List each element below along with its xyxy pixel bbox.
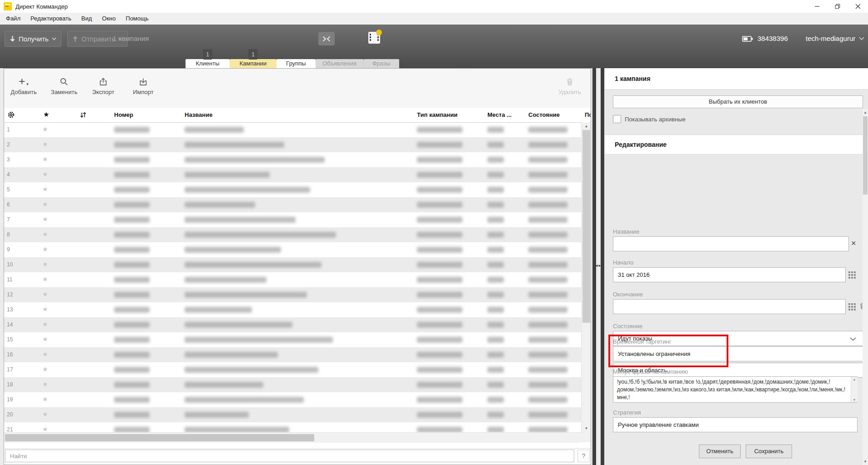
table-row[interactable]: 21★ [4,422,581,432]
table-row[interactable]: 6★ [4,197,581,212]
table-row[interactable]: 17★ [4,362,581,377]
column-header-state[interactable]: Состояние [528,111,560,118]
table-row[interactable]: 9★ [4,242,581,257]
favorite-star-icon[interactable]: ★ [42,350,48,358]
vertical-scrollbar[interactable]: ▲ ▼ [581,122,591,432]
table-row[interactable]: 4★ [4,167,581,182]
table-row[interactable]: 13★ [4,302,581,317]
calendar-icon[interactable] [848,271,856,279]
table-row[interactable]: 20★ [4,407,581,422]
column-header-places[interactable]: Места ... [487,111,512,118]
replace-button[interactable]: Заменить [46,75,82,103]
tab-кампании[interactable]: Кампании [230,59,276,68]
table-row[interactable]: 12★ [4,287,581,302]
minus-phrases-textarea[interactable]: !you,!б,!б !у,!были,!в китае,!все !о,!да… [613,376,858,403]
favorite-star-icon[interactable]: ★ [42,425,48,432]
favorite-star-icon[interactable]: ★ [42,305,48,313]
tab-клиенты[interactable]: Клиенты [186,59,230,68]
favorite-star-icon[interactable]: ★ [42,380,48,388]
scroll-up-icon[interactable]: ▲ [851,378,858,381]
menu-item[interactable]: Редактировать [25,13,76,25]
account-menu[interactable]: tech-mediagurur [806,35,864,42]
favorite-star-icon[interactable]: ★ [42,395,48,403]
collapse-panels-button[interactable] [318,32,335,45]
favorite-star-icon[interactable]: ★ [42,410,48,418]
column-header-type[interactable]: Тип кампании [417,111,457,118]
favorite-star-icon[interactable]: ★ [42,335,48,343]
horizontal-scrollbar-thumb[interactable] [5,434,314,441]
favorite-star-icon[interactable]: ★ [42,155,48,163]
table-row[interactable]: 8★ [4,227,581,242]
media-tool-button[interactable] [368,31,381,44]
scroll-up-icon[interactable]: ▲ [863,110,868,115]
table-row[interactable]: 3★ [4,152,581,167]
menu-item[interactable]: Файл [1,13,25,25]
table-row[interactable]: 18★ [4,377,581,392]
scroll-down-icon[interactable]: ▼ [851,398,858,401]
clear-name-icon[interactable]: × [851,239,856,247]
horizontal-scrollbar[interactable] [4,432,581,443]
scroll-down-icon[interactable]: ▼ [863,460,868,464]
close-button[interactable] [848,0,868,13]
splitter-handle-icon[interactable]: ◄► [595,264,601,268]
sort-icon[interactable] [80,111,87,119]
end-date-field[interactable] [613,299,846,314]
table-row[interactable]: 7★ [4,212,581,227]
favorite-star-icon[interactable]: ★ [42,320,48,328]
table-row[interactable]: 5★ [4,182,581,197]
minimize-button[interactable] [807,0,827,13]
show-archived-checkbox[interactable] [613,115,621,123]
column-header-impressions[interactable]: По [585,111,591,118]
table-row[interactable]: 2★ [4,137,581,152]
get-button[interactable]: Получить [5,31,61,47]
menu-item[interactable]: Помощь [121,13,154,25]
menu-item[interactable]: Окно [97,13,120,25]
favorite-column-star-icon[interactable]: ★ [43,110,49,119]
table-row[interactable]: 14★ [4,317,581,332]
column-header-number[interactable]: Номер [114,111,133,118]
save-button[interactable]: Сохранить [746,445,792,458]
favorite-star-icon[interactable]: ★ [42,260,48,268]
search-input[interactable] [5,450,574,462]
columns-settings-gear-icon[interactable] [8,111,15,118]
import-button[interactable]: Импорт [125,75,161,103]
restore-button[interactable] [827,0,848,13]
favorite-star-icon[interactable]: ★ [42,170,48,178]
textarea-scrollbar[interactable]: ▲ ▼ [851,377,858,402]
favorite-star-icon[interactable]: ★ [42,185,48,193]
favorite-star-icon[interactable]: ★ [42,290,48,298]
replace-button-label: Заменить [51,89,77,95]
vertical-scrollbar-thumb[interactable] [582,130,590,323]
favorite-star-icon[interactable]: ★ [42,125,48,133]
table-row[interactable]: 10★ [4,257,581,272]
name-field[interactable] [613,236,849,251]
select-clients-button[interactable]: Выбрать их клиентов [613,95,863,108]
favorite-star-icon[interactable]: ★ [42,140,48,148]
start-date-field[interactable] [613,267,846,282]
editor-scrollbar[interactable]: ▲ ▼ [863,109,868,465]
favorite-star-icon[interactable]: ★ [42,215,48,223]
favorite-star-icon[interactable]: ★ [42,365,48,373]
tab-группы[interactable]: Группы [276,59,316,68]
table-row[interactable]: 19★ [4,392,581,407]
favorite-star-icon[interactable]: ★ [42,275,48,283]
column-header-name[interactable]: Название [185,111,212,118]
table-row[interactable]: 15★ [4,332,581,347]
favorite-star-icon[interactable]: ★ [42,200,48,208]
panel-splitter[interactable]: ◄► [591,68,605,465]
editor-scrollbar-thumb[interactable] [863,116,868,195]
add-button[interactable]: +▾ Добавить [6,75,41,103]
menu-item[interactable]: Вид [76,13,97,25]
calendar-icon[interactable] [848,303,856,310]
scroll-up-icon[interactable]: ▲ [582,124,591,128]
scroll-down-icon[interactable]: ▼ [582,426,591,430]
cancel-button[interactable]: Отменить [699,445,741,458]
table-row[interactable]: 11★ [4,272,581,287]
search-help-button[interactable]: ? [577,450,590,462]
favorite-star-icon[interactable]: ★ [42,230,48,238]
table-row[interactable]: 1★ [4,122,581,137]
favorite-star-icon[interactable]: ★ [42,245,48,253]
strategy-field[interactable] [613,417,858,432]
export-button[interactable]: Экспорт [85,75,121,103]
table-row[interactable]: 16★ [4,347,581,362]
